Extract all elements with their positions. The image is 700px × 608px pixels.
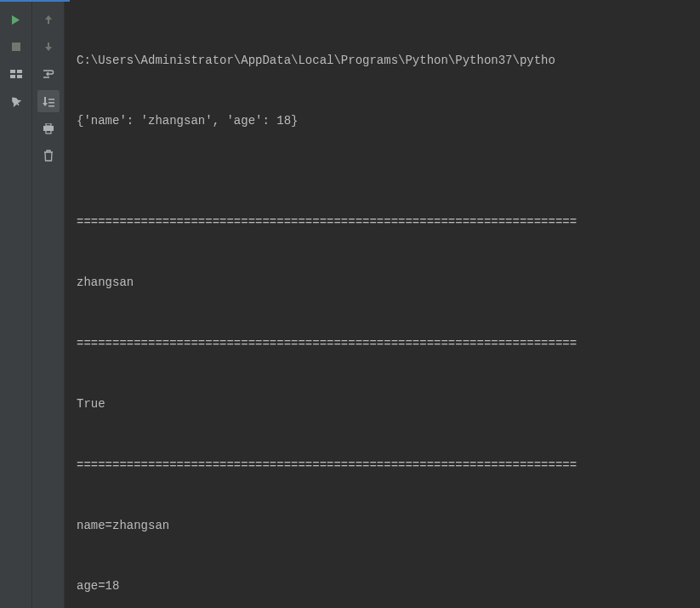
console-output: C:\Users\Administrator\AppData\Local\Pro… [65,2,700,608]
run-button[interactable] [5,9,27,31]
svg-rect-5 [17,75,22,78]
layout-icon [10,69,22,79]
console-line: name=zhangsan [77,516,688,537]
left-toolbar-2 [32,2,65,608]
svg-rect-8 [48,99,54,100]
arrow-down-icon [43,41,54,53]
scroll-to-end-button[interactable] [37,90,60,112]
svg-rect-6 [48,105,54,107]
soft-wrap-button[interactable] [37,63,60,85]
console-line: ========================================… [77,456,688,476]
svg-marker-0 [12,15,20,25]
trash-icon [43,150,54,162]
play-icon [10,14,21,26]
console-line: ========================================… [77,334,688,355]
console-line: {'name': 'zhangsan', 'age': 18} [77,111,688,132]
layout-button[interactable] [5,63,27,85]
left-toolbar-1 [0,2,32,608]
scroll-end-icon [43,96,54,107]
svg-rect-2 [10,70,15,73]
pin-icon [10,96,21,107]
clear-button[interactable] [37,145,60,167]
down-button[interactable] [37,36,60,58]
up-button[interactable] [37,9,60,31]
stop-icon [11,42,21,52]
svg-rect-9 [46,123,51,126]
console-line: ========================================… [77,213,688,233]
console-line: True [77,395,688,415]
container: C:\Users\Administrator\AppData\Local\Pro… [0,2,700,608]
print-button[interactable] [37,117,60,139]
svg-rect-3 [17,70,22,73]
wrap-icon [43,69,54,79]
arrow-up-icon [43,14,54,26]
print-icon [43,123,54,134]
stop-button[interactable] [5,36,27,58]
svg-rect-7 [48,102,54,104]
console-line: age=18 [77,577,688,597]
console-line: C:\Users\Administrator\AppData\Local\Pro… [77,51,688,71]
console-line: zhangsan [77,273,688,293]
svg-rect-4 [10,75,15,78]
svg-rect-1 [12,43,20,51]
pin-button[interactable] [5,90,27,112]
